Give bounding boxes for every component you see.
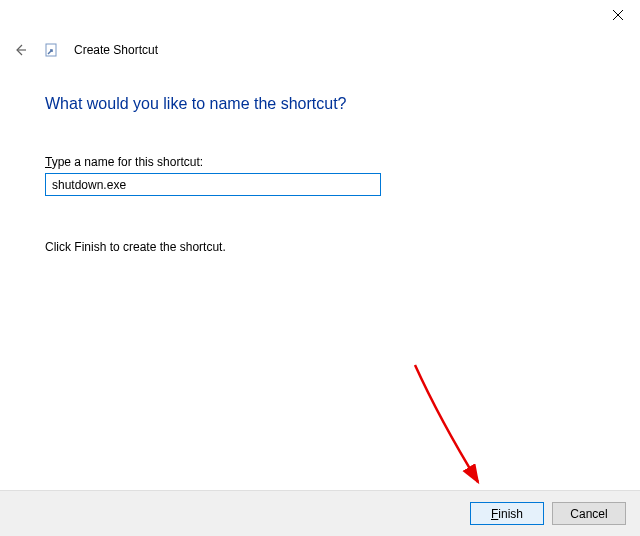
close-button[interactable] [595,0,640,30]
page-heading: What would you like to name the shortcut… [45,95,610,113]
shortcut-name-input[interactable] [45,173,381,196]
finish-button[interactable]: Finish [470,502,544,525]
annotation-arrow-icon [400,360,500,500]
cancel-button[interactable]: Cancel [552,502,626,525]
close-icon [613,10,623,20]
instruction-text: Click Finish to create the shortcut. [45,240,610,254]
wizard-header: Create Shortcut [10,40,158,60]
shortcut-wizard-icon [44,42,60,58]
back-arrow-icon [12,42,28,58]
button-bar: Finish Cancel [0,490,640,536]
wizard-title: Create Shortcut [74,43,158,57]
name-field-label: Type a name for this shortcut: [45,155,610,169]
back-button[interactable] [10,40,30,60]
